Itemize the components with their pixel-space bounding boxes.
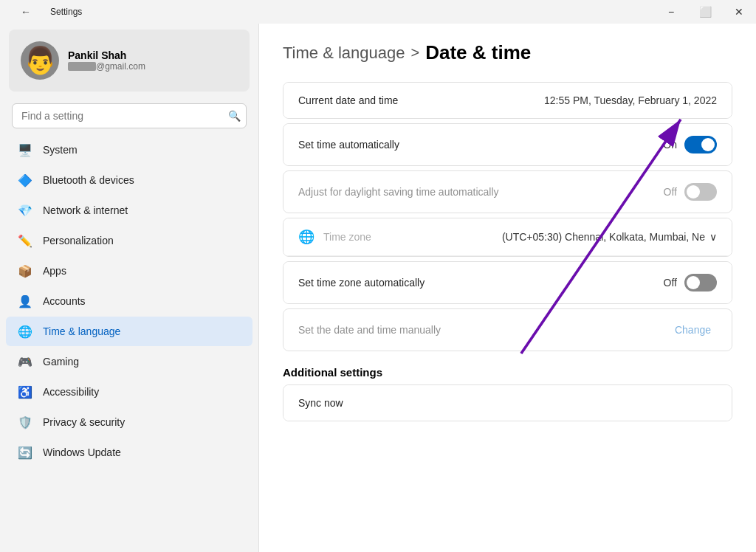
network-icon: 💎 bbox=[18, 203, 32, 218]
user-name: Pankil Shah bbox=[68, 49, 145, 61]
system-icon: 🖥️ bbox=[18, 142, 32, 157]
maximize-button[interactable]: ⬜ bbox=[688, 0, 722, 24]
person-icon: 👨 bbox=[24, 45, 57, 76]
sidebar-item-apps[interactable]: 📦Apps bbox=[6, 256, 252, 286]
sidebar-item-label-privacy: Privacy & security bbox=[43, 416, 241, 428]
sidebar-item-network[interactable]: 💎Network & internet bbox=[6, 196, 252, 225]
breadcrumb: Time & language > Date & time bbox=[283, 41, 732, 64]
set-zone-auto-value: Off bbox=[664, 277, 677, 289]
titlebar: ← Settings − ⬜ ✕ bbox=[0, 0, 756, 24]
sidebar: 👨 Pankil Shah ████@gmail.com 🔍 🖥️System🔷… bbox=[0, 24, 258, 552]
app-title: Settings bbox=[50, 7, 82, 17]
sync-now-label: Sync now bbox=[298, 397, 717, 409]
sync-now-row[interactable]: Sync now bbox=[284, 385, 732, 421]
current-date-value: 12:55 PM, Tuesday, February 1, 2022 bbox=[544, 94, 717, 106]
bluetooth-icon: 🔷 bbox=[18, 173, 32, 187]
sidebar-item-update[interactable]: 🔄Windows Update bbox=[6, 438, 252, 467]
back-button[interactable]: ← bbox=[9, 0, 43, 24]
sidebar-item-label-personalization: Personalization bbox=[43, 235, 241, 246]
sidebar-item-label-gaming: Gaming bbox=[43, 356, 241, 368]
sidebar-item-label-apps: Apps bbox=[43, 265, 241, 277]
sidebar-nav: 🖥️System🔷Bluetooth & devices💎Network & i… bbox=[0, 134, 258, 468]
set-zone-auto-toggle[interactable] bbox=[684, 274, 717, 291]
set-zone-auto-card: Set time zone automatically Off bbox=[283, 261, 732, 304]
breadcrumb-current: Date & time bbox=[425, 41, 531, 64]
daylight-saving-card: Adjust for daylight saving time automati… bbox=[283, 170, 732, 213]
accessibility-icon: ♿ bbox=[18, 384, 32, 399]
avatar: 👨 bbox=[21, 41, 59, 80]
main-content: Time & language > Date & time Current da… bbox=[258, 24, 756, 552]
sidebar-item-bluetooth[interactable]: 🔷Bluetooth & devices bbox=[6, 165, 252, 195]
current-date-label: Current date and time bbox=[298, 94, 544, 106]
user-info: Pankil Shah ████@gmail.com bbox=[68, 49, 145, 72]
sidebar-item-accounts[interactable]: 👤Accounts bbox=[6, 286, 252, 316]
sidebar-item-accessibility[interactable]: ♿Accessibility bbox=[6, 377, 252, 407]
titlebar-left: ← Settings bbox=[9, 0, 82, 24]
set-time-auto-label: Set time automatically bbox=[298, 139, 663, 151]
sidebar-item-label-system: System bbox=[43, 144, 241, 156]
gaming-icon: 🎮 bbox=[18, 354, 32, 369]
current-date-row: Current date and time 12:55 PM, Tuesday,… bbox=[284, 83, 732, 118]
change-button[interactable]: Change bbox=[669, 321, 717, 339]
set-time-auto-toggle-container: On bbox=[663, 136, 717, 153]
update-icon: 🔄 bbox=[18, 445, 32, 460]
sidebar-item-gaming[interactable]: 🎮Gaming bbox=[6, 347, 252, 376]
daylight-value: Off bbox=[664, 186, 677, 198]
additional-settings-title: Additional settings bbox=[283, 366, 732, 379]
sidebar-item-label-time: Time & language bbox=[43, 325, 241, 337]
search-container: 🔍 bbox=[0, 97, 258, 134]
toggle-thumb bbox=[701, 138, 715, 151]
apps-icon: 📦 bbox=[18, 263, 32, 278]
sidebar-item-personalization[interactable]: ✏️Personalization bbox=[6, 226, 252, 255]
sidebar-item-label-network: Network & internet bbox=[43, 204, 241, 216]
daylight-saving-row: Adjust for daylight saving time automati… bbox=[284, 171, 732, 213]
sidebar-item-label-update: Windows Update bbox=[43, 446, 241, 458]
set-time-auto-row: Set time automatically On bbox=[284, 124, 732, 165]
timezone-card: 🌐 Time zone (UTC+05:30) Chennai, Kolkata… bbox=[283, 218, 732, 257]
timezone-select[interactable]: (UTC+05:30) Chennai, Kolkata, Mumbai, Ne… bbox=[502, 231, 717, 243]
set-zone-auto-toggle-container: Off bbox=[664, 274, 717, 291]
user-email: ████@gmail.com bbox=[68, 61, 145, 72]
sidebar-item-time[interactable]: 🌐Time & language bbox=[6, 317, 252, 346]
minimize-button[interactable]: − bbox=[654, 0, 688, 24]
manual-time-row: Set the date and time manually Change bbox=[284, 309, 732, 351]
daylight-label: Adjust for daylight saving time automati… bbox=[298, 186, 664, 198]
time-icon: 🌐 bbox=[18, 324, 32, 339]
manual-time-card: Set the date and time manually Change bbox=[283, 308, 732, 351]
zone-toggle-thumb bbox=[687, 276, 700, 289]
sidebar-item-label-accounts: Accounts bbox=[43, 295, 241, 307]
set-zone-auto-label: Set time zone automatically bbox=[298, 277, 664, 289]
set-zone-auto-row: Set time zone automatically Off bbox=[284, 262, 732, 303]
set-time-auto-toggle[interactable] bbox=[684, 136, 717, 153]
timezone-icon: 🌐 bbox=[298, 229, 315, 245]
app-body: 👨 Pankil Shah ████@gmail.com 🔍 🖥️System🔷… bbox=[0, 24, 756, 552]
sync-now-card: Sync now bbox=[283, 384, 732, 421]
close-button[interactable]: ✕ bbox=[722, 0, 756, 24]
sidebar-item-system[interactable]: 🖥️System bbox=[6, 135, 252, 165]
personalization-icon: ✏️ bbox=[18, 233, 32, 248]
daylight-toggle-thumb bbox=[687, 185, 700, 199]
search-icon-button[interactable]: 🔍 bbox=[228, 110, 241, 122]
main-inner: Time & language > Date & time Current da… bbox=[283, 41, 732, 421]
set-time-auto-card: Set time automatically On bbox=[283, 123, 732, 166]
sidebar-item-label-bluetooth: Bluetooth & devices bbox=[43, 174, 241, 186]
window-controls: − ⬜ ✕ bbox=[654, 0, 756, 24]
search-input[interactable] bbox=[12, 103, 247, 128]
email-blur: ████ bbox=[68, 62, 96, 71]
current-date-card: Current date and time 12:55 PM, Tuesday,… bbox=[283, 82, 732, 119]
accounts-icon: 👤 bbox=[18, 294, 32, 308]
user-profile[interactable]: 👨 Pankil Shah ████@gmail.com bbox=[9, 30, 250, 92]
daylight-toggle-container: Off bbox=[664, 183, 717, 201]
chevron-down-icon: ∨ bbox=[709, 231, 717, 243]
sidebar-item-privacy[interactable]: 🛡️Privacy & security bbox=[6, 407, 252, 437]
timezone-value: (UTC+05:30) Chennai, Kolkata, Mumbai, Ne bbox=[502, 231, 705, 243]
breadcrumb-parent: Time & language bbox=[283, 44, 405, 63]
timezone-left: 🌐 Time zone bbox=[298, 229, 371, 245]
timezone-label: Time zone bbox=[323, 231, 371, 243]
breadcrumb-sep: > bbox=[411, 44, 420, 61]
manual-time-label: Set the date and time manually bbox=[298, 324, 669, 336]
daylight-toggle[interactable] bbox=[684, 183, 717, 201]
sidebar-item-label-accessibility: Accessibility bbox=[43, 386, 241, 398]
timezone-row: 🌐 Time zone (UTC+05:30) Chennai, Kolkata… bbox=[284, 218, 732, 256]
privacy-icon: 🛡️ bbox=[18, 415, 32, 429]
